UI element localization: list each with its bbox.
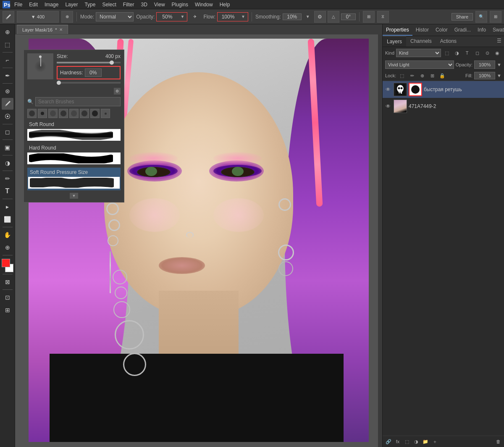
- menu-image[interactable]: Image: [41, 1, 62, 8]
- blend-mode-select[interactable]: Vivid Light: [385, 60, 454, 69]
- zoom-tool-btn[interactable]: ⊕: [2, 242, 13, 253]
- canvas-tab-active[interactable]: Layer Mask/16 * ✕: [17, 25, 68, 34]
- layer-delete-btn[interactable]: 🗑: [494, 437, 502, 446]
- opacity-input[interactable]: [474, 60, 495, 69]
- brush-preset-7[interactable]: [90, 109, 100, 118]
- type-tool-btn[interactable]: T: [2, 185, 13, 197]
- layer-filter-toggle[interactable]: ◉: [493, 49, 501, 57]
- layer-row-0[interactable]: 👁: [383, 81, 504, 98]
- menu-file[interactable]: File: [11, 1, 26, 8]
- airbrush-btn[interactable]: ✈: [189, 11, 201, 23]
- brush-preset-1[interactable]: [27, 109, 37, 118]
- brush-preset-8[interactable]: [101, 109, 110, 118]
- hand-tool-btn[interactable]: ✋: [2, 229, 13, 241]
- pen-tool-btn[interactable]: ✏: [2, 173, 13, 184]
- layer-fill-add-btn[interactable]: ◑: [412, 437, 420, 446]
- share-btn[interactable]: Share: [452, 13, 473, 21]
- layer-visibility-1[interactable]: 👁: [384, 103, 392, 110]
- tab-channels[interactable]: Channels: [406, 36, 436, 47]
- lock-artboard-btn[interactable]: ⊞: [428, 71, 436, 80]
- layer-filter-pixel-btn[interactable]: ⬚: [443, 49, 451, 57]
- move-tool-btn[interactable]: ⊕: [2, 26, 13, 38]
- path-selection-btn[interactable]: ▸: [2, 201, 13, 213]
- tab-properties[interactable]: Properties: [383, 24, 412, 36]
- brush-size-slider[interactable]: [57, 62, 121, 63]
- tab-layers[interactable]: Layers: [383, 36, 406, 47]
- brush-preset-3[interactable]: [48, 109, 58, 118]
- menu-edit[interactable]: Edit: [26, 1, 41, 8]
- artboard-btn[interactable]: ⊞: [2, 304, 13, 316]
- screen-mode-btn[interactable]: ⊡: [2, 292, 13, 303]
- menu-window[interactable]: Window: [192, 1, 216, 8]
- search-btn[interactable]: 🔍: [475, 11, 487, 23]
- menu-plugins[interactable]: Plugins: [168, 1, 192, 8]
- layer-filter-adjust-btn[interactable]: ◑: [453, 49, 461, 57]
- layer-row-1[interactable]: 👁 471A7449-2: [383, 98, 504, 115]
- tab-swatches[interactable]: Swatc...: [489, 24, 504, 36]
- smoothing-dropdown-btn[interactable]: ▼: [303, 12, 312, 21]
- tab-gradients[interactable]: Gradi...: [451, 24, 474, 36]
- layer-filter-type-btn[interactable]: T: [463, 49, 471, 57]
- menu-view[interactable]: View: [151, 1, 168, 8]
- brush-preset-6[interactable]: [80, 109, 89, 118]
- brush-panel-settings-btn[interactable]: ⚙: [114, 88, 121, 95]
- tab-actions[interactable]: Actions: [436, 36, 461, 47]
- kind-select[interactable]: Kind: [396, 49, 441, 57]
- shape-tool-btn[interactable]: ⬜: [2, 213, 13, 225]
- menu-help[interactable]: Help: [216, 1, 234, 8]
- healing-tool-btn[interactable]: ⊛: [2, 85, 13, 97]
- angle-input[interactable]: [341, 13, 356, 20]
- eyedropper-tool-btn[interactable]: ✒: [2, 70, 13, 82]
- brush-item-soft-pressure[interactable]: Soft Round Pressure Size: [27, 168, 121, 190]
- brush-tool-btn[interactable]: [2, 98, 13, 110]
- flow-dropdown-btn[interactable]: ▼: [239, 12, 248, 21]
- menu-filter[interactable]: Filter: [120, 1, 138, 8]
- arrange-btn[interactable]: ⊞: [490, 11, 501, 23]
- layer-mask-add-btn[interactable]: ⬚: [403, 437, 411, 446]
- color-swatches[interactable]: [2, 259, 13, 272]
- brush-preset-4[interactable]: [59, 109, 68, 118]
- flow-input[interactable]: [218, 14, 239, 20]
- mode-select[interactable]: Normal: [96, 12, 134, 21]
- gradient-tool-btn[interactable]: ▣: [2, 142, 13, 153]
- angle-indicator[interactable]: △: [328, 11, 339, 23]
- pressure-btn[interactable]: ⊞: [363, 11, 375, 23]
- brush-preset-2[interactable]: [38, 109, 47, 118]
- brush-tool-icon[interactable]: [3, 11, 14, 23]
- tab-color[interactable]: Color: [432, 24, 451, 36]
- hardness-slider[interactable]: [57, 82, 121, 84]
- canvas-tab-close-btn[interactable]: ✕: [59, 27, 63, 32]
- layers-panel-menu[interactable]: ☰: [494, 36, 504, 47]
- menu-select[interactable]: Select: [99, 1, 119, 8]
- lock-paint-btn[interactable]: ✏: [408, 71, 416, 80]
- menu-3d[interactable]: 3D: [137, 1, 150, 8]
- foreground-color-swatch[interactable]: [2, 259, 10, 267]
- opacity-dropdown-arrow[interactable]: ▼: [497, 62, 501, 67]
- brush-size-btn[interactable]: ⊕: [61, 11, 73, 23]
- canvas-scrollbar-v[interactable]: [378, 34, 382, 447]
- layer-visibility-0[interactable]: 👁: [384, 86, 392, 93]
- menu-type[interactable]: Type: [81, 1, 99, 8]
- fill-dropdown-arrow[interactable]: ▼: [497, 73, 501, 78]
- layer-filter-smart-btn[interactable]: ⊙: [483, 49, 491, 57]
- selection-tool-btn[interactable]: ⬚: [2, 39, 13, 50]
- eraser-tool-btn[interactable]: ◻: [2, 126, 13, 138]
- smoothing-settings-btn[interactable]: ⚙: [314, 11, 326, 23]
- lock-position-btn[interactable]: ⊕: [418, 71, 426, 80]
- lock-transparent-btn[interactable]: ⬚: [398, 71, 406, 80]
- brush-search-input[interactable]: [35, 97, 121, 106]
- opacity-dropdown-btn[interactable]: ▼: [178, 12, 187, 21]
- layer-mask-thumbnail-0[interactable]: [409, 83, 422, 96]
- tab-info[interactable]: Info: [474, 24, 489, 36]
- clone-tool-btn[interactable]: ⦿: [2, 110, 13, 122]
- brush-item-hard-round[interactable]: Hard Round: [27, 144, 121, 165]
- menu-layer[interactable]: Layer: [62, 1, 81, 8]
- symmetry-btn[interactable]: ⧖: [377, 11, 389, 23]
- brush-options-btn[interactable]: ▼ 400: [17, 11, 59, 23]
- brush-preset-5[interactable]: [69, 109, 79, 118]
- mask-mode-btn[interactable]: ⊠: [2, 276, 13, 288]
- layer-filter-shape-btn[interactable]: ◻: [473, 49, 481, 57]
- layer-fx-btn[interactable]: fx: [394, 437, 402, 446]
- layer-link-btn[interactable]: 🔗: [384, 437, 393, 446]
- fill-input[interactable]: [474, 72, 495, 79]
